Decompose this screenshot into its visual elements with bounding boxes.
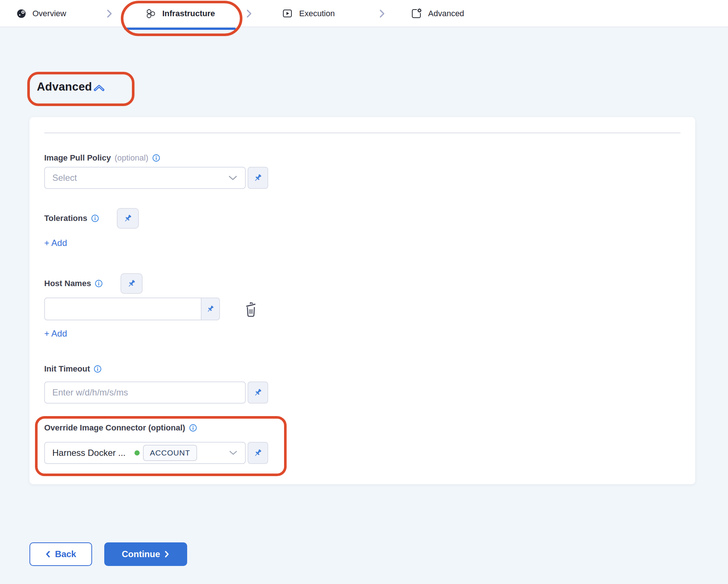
init-timeout-label-row: Init Timeout (44, 364, 680, 374)
host-name-input[interactable] (44, 298, 202, 320)
pin-input-type-button[interactable] (120, 273, 143, 294)
stage-config-tabbar: Overview Infrastructure Execution Advanc… (0, 0, 728, 27)
chevron-right-separator-icon (379, 8, 385, 20)
back-button-label: Back (55, 549, 76, 559)
host-names-label: Host Names (44, 279, 91, 288)
chevron-down-icon (228, 175, 238, 181)
override-image-connector-label: Override Image Connector (optional) (44, 423, 185, 433)
chevron-left-icon (45, 550, 50, 558)
tolerations-label: Tolerations (44, 214, 87, 223)
image-pull-policy-label-row: Image Pull Policy (optional) (44, 153, 680, 163)
host-names-label-row: Host Names (44, 273, 680, 294)
delete-host-name-trash-icon[interactable] (244, 301, 258, 317)
pin-input-type-button[interactable] (248, 442, 268, 464)
advanced-section-title: Advanced (37, 80, 92, 94)
pin-input-type-button[interactable] (202, 298, 220, 320)
pin-input-type-button[interactable] (248, 381, 268, 404)
chevron-right-icon (164, 550, 169, 558)
tab-overview[interactable]: Overview (17, 0, 66, 27)
info-icon[interactable] (152, 154, 160, 162)
hexagons-infrastructure-icon (145, 8, 156, 19)
optional-hint: (optional) (115, 153, 148, 163)
connector-scope-badge: ACCOUNT (143, 445, 197, 461)
host-names-input-row (44, 298, 680, 320)
continue-button-label: Continue (122, 549, 160, 559)
info-icon[interactable] (94, 365, 102, 373)
select-placeholder: Select (52, 173, 77, 183)
tab-infrastructure[interactable]: Infrastructure (124, 0, 236, 27)
override-image-connector-label-row: Override Image Connector (optional) (44, 423, 680, 433)
info-icon[interactable] (91, 214, 99, 222)
init-timeout-input[interactable] (44, 381, 246, 404)
image-pull-policy-label: Image Pull Policy (44, 153, 111, 163)
chevron-right-separator-icon (246, 8, 252, 20)
overview-icon (17, 9, 26, 18)
tab-label: Execution (299, 9, 335, 18)
connector-name: Harness Docker ... (52, 448, 126, 458)
tab-advanced[interactable]: Advanced (411, 0, 464, 27)
advanced-section-header[interactable]: Advanced (37, 80, 105, 94)
gear-square-advanced-icon (411, 8, 422, 19)
info-icon[interactable] (95, 279, 103, 288)
tab-label: Infrastructure (162, 9, 215, 18)
tab-execution[interactable]: Execution (282, 0, 335, 27)
card-top-divider (44, 133, 680, 133)
tab-label: Overview (32, 9, 66, 18)
play-square-execution-icon (282, 8, 293, 19)
info-icon[interactable] (189, 424, 197, 432)
chevron-right-separator-icon (106, 8, 113, 20)
init-timeout-label: Init Timeout (44, 364, 90, 374)
chevron-up-collapse-icon[interactable] (93, 83, 105, 93)
tolerations-label-row: Tolerations (44, 208, 680, 229)
image-pull-policy-control-row: Select (44, 167, 680, 189)
advanced-settings-card: Image Pull Policy (optional) Select Tole… (29, 117, 695, 484)
tolerations-add-link[interactable]: + Add (44, 238, 67, 249)
active-tab-underline (124, 28, 236, 30)
init-timeout-control-row (44, 381, 680, 404)
back-button[interactable]: Back (29, 542, 92, 566)
pin-input-type-button[interactable] (248, 167, 268, 189)
override-image-connector-select[interactable]: Harness Docker ... ACCOUNT (44, 442, 246, 464)
connector-status-dot (134, 450, 140, 455)
host-names-add-link[interactable]: + Add (44, 328, 67, 340)
host-name-input-group (44, 298, 220, 320)
image-pull-policy-select[interactable]: Select (44, 167, 246, 189)
chevron-down-icon (229, 450, 238, 455)
override-image-connector-control-row: Harness Docker ... ACCOUNT (44, 442, 680, 464)
continue-button[interactable]: Continue (104, 542, 187, 566)
pin-input-type-button[interactable] (117, 208, 139, 229)
tab-label: Advanced (428, 9, 464, 18)
